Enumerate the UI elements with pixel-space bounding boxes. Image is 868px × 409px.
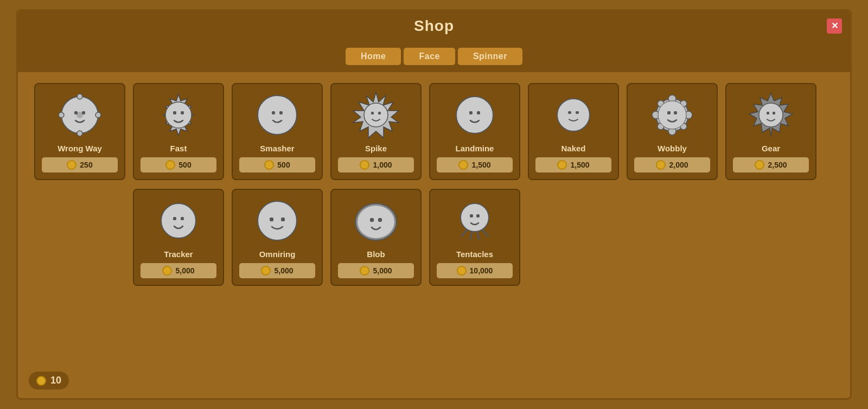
naked-price: 1,500: [570, 161, 589, 169]
tracker-icon: [154, 196, 203, 245]
smasher-price-box: 500: [239, 157, 315, 172]
gear-price-box: 2,500: [733, 157, 809, 172]
wobbly-icon: [648, 91, 697, 139]
tracker-name: Tracker: [164, 250, 193, 259]
item-blob[interactable]: Blob 5,000: [330, 189, 422, 286]
coin-icon: [261, 266, 271, 276]
modal-title: Shop: [414, 17, 454, 35]
svg-rect-7: [82, 111, 85, 114]
svg-point-48: [358, 206, 394, 238]
svg-rect-46: [281, 218, 285, 221]
shop-modal: Shop ✕ Home Face Spinner: [16, 9, 852, 400]
tab-face[interactable]: Face: [404, 48, 455, 65]
tentacles-name: Tentacles: [456, 250, 493, 259]
naked-price-box: 1,500: [535, 157, 611, 172]
item-wrong-way[interactable]: Wrong Way 250: [34, 83, 125, 180]
item-spike[interactable]: Spike 1,000: [330, 83, 422, 180]
blob-price-box: 5,000: [338, 263, 414, 278]
svg-rect-6: [74, 111, 78, 114]
wrong-way-name: Wrong Way: [58, 144, 102, 153]
coin-icon: [165, 160, 175, 170]
svg-rect-40: [773, 112, 775, 114]
fast-price-box: 500: [141, 157, 216, 172]
svg-point-38: [759, 103, 783, 127]
wrong-way-price: 250: [80, 161, 92, 169]
svg-rect-13: [272, 111, 275, 114]
fast-price: 500: [178, 161, 191, 169]
omniring-name: Omniring: [259, 250, 296, 259]
items-row-2: Tracker 5,000 Omniring: [34, 189, 834, 286]
landmine-price-box: 1,500: [437, 157, 513, 172]
blob-name: Blob: [367, 250, 385, 259]
tracker-price: 5,000: [175, 266, 194, 275]
svg-rect-21: [477, 111, 480, 114]
svg-rect-50: [378, 218, 382, 222]
item-wobbly[interactable]: Wobbly 2,000: [627, 83, 718, 180]
shop-content: Wrong Way 250: [18, 72, 850, 297]
svg-rect-39: [767, 112, 769, 114]
svg-rect-11: [181, 111, 184, 114]
svg-rect-56: [470, 214, 473, 218]
tentacles-icon: [450, 196, 499, 245]
fast-icon: [154, 91, 203, 139]
tab-spinner[interactable]: Spinner: [458, 48, 522, 65]
coin-icon: [162, 266, 172, 276]
landmine-price: 1,500: [471, 161, 490, 169]
item-smasher[interactable]: Smasher 500: [232, 83, 323, 180]
coin-icon: [457, 266, 467, 276]
coin-icon: [656, 160, 666, 170]
item-gear[interactable]: Gear 2,500: [725, 83, 816, 180]
svg-rect-45: [270, 218, 273, 221]
coin-icon: [360, 266, 369, 276]
svg-point-19: [456, 97, 493, 133]
smasher-icon: [253, 91, 302, 139]
modal-header: Shop ✕: [18, 11, 850, 41]
svg-rect-17: [371, 112, 374, 114]
svg-point-12: [258, 95, 297, 135]
svg-rect-43: [181, 217, 184, 220]
fast-name: Fast: [170, 144, 187, 153]
svg-point-5: [95, 112, 101, 118]
landmine-icon: [450, 91, 499, 139]
gear-name: Gear: [762, 144, 780, 153]
svg-point-41: [161, 203, 196, 238]
svg-rect-23: [568, 111, 571, 114]
spike-name: Spike: [365, 144, 387, 153]
svg-point-9: [165, 102, 192, 128]
svg-rect-35: [667, 111, 671, 114]
wobbly-price-box: 2,000: [634, 157, 710, 172]
landmine-name: Landmine: [456, 144, 494, 153]
blob-price: 5,000: [373, 266, 392, 275]
wobbly-price: 2,000: [669, 161, 688, 169]
svg-rect-24: [576, 111, 579, 114]
svg-point-3: [77, 131, 82, 136]
svg-rect-10: [173, 111, 176, 114]
coin-icon: [360, 160, 369, 170]
bottom-coin-icon: [36, 376, 46, 386]
wrong-way-icon: [55, 91, 104, 139]
item-fast[interactable]: Fast 500: [133, 83, 224, 180]
svg-rect-57: [476, 214, 480, 218]
bottom-currency: 10: [29, 372, 69, 389]
item-tentacles[interactable]: Tentacles 10,000: [429, 189, 520, 286]
tabs-bar: Home Face Spinner: [18, 41, 850, 72]
svg-point-34: [658, 101, 686, 129]
currency-amount: 10: [50, 375, 61, 386]
spike-icon: [352, 91, 400, 139]
wrong-way-price-box: 250: [42, 157, 118, 172]
tentacles-price-box: 10,000: [437, 263, 513, 278]
tab-home[interactable]: Home: [346, 48, 401, 65]
svg-point-4: [59, 112, 64, 118]
item-omniring[interactable]: Omniring 5,000: [232, 189, 323, 286]
naked-icon: [549, 91, 598, 139]
svg-point-22: [557, 99, 590, 131]
item-landmine[interactable]: Landmine 1,500: [429, 83, 520, 180]
item-tracker[interactable]: Tracker 5,000: [133, 189, 224, 286]
spike-price: 1,000: [373, 161, 392, 169]
item-naked[interactable]: Naked 1,500: [528, 83, 619, 180]
close-button[interactable]: ✕: [827, 18, 842, 34]
svg-point-44: [258, 201, 297, 240]
svg-rect-18: [378, 112, 381, 114]
naked-name: Naked: [561, 144, 585, 153]
tentacles-price: 10,000: [470, 266, 493, 275]
